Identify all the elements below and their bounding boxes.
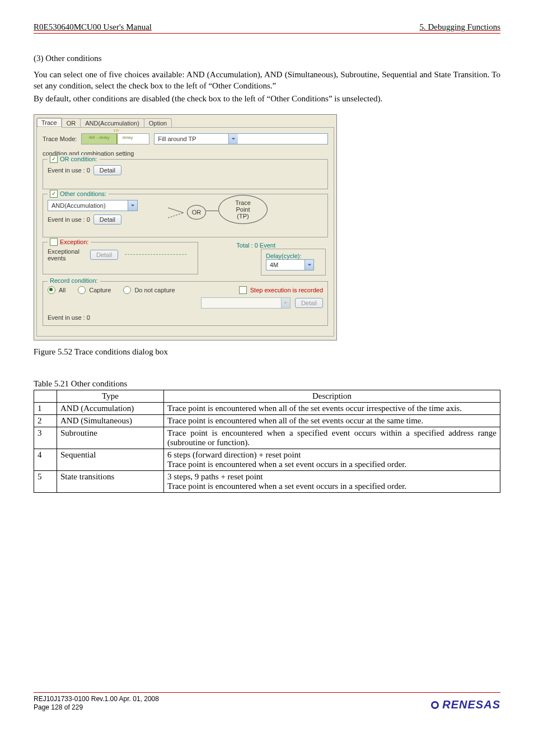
tab-trace[interactable]: Trace (36, 118, 62, 128)
other-event-in-use: Event in use : 0 (48, 216, 90, 223)
other-conditions-group: Other conditions: AND(Accumulation) Even… (43, 194, 328, 237)
row-desc: Trace point is encountered when a specif… (164, 427, 500, 449)
table-row: 5 State transitions 3 steps, 9 paths + r… (34, 470, 500, 492)
exceptional-events-label: Exceptional events (48, 248, 87, 262)
renesas-logo-text: RENESAS (442, 698, 500, 711)
other-detail-button[interactable]: Detail (93, 214, 121, 225)
tp-connector (206, 211, 218, 211)
row-num: 4 (34, 449, 57, 470)
tab-option[interactable]: Option (144, 118, 172, 128)
or-condition-legend: OR condition: (60, 156, 97, 162)
section-heading: (3) Other conditions (34, 54, 500, 63)
trace-point-bubble: Trace Point (TP) (218, 195, 268, 224)
paragraph-1: You can select one of five choices avail… (34, 69, 500, 92)
step-execution-checkbox[interactable] (239, 286, 247, 294)
row-num: 2 (34, 414, 57, 427)
exception-detail-button: Detail (90, 250, 118, 260)
row-type: AND (Accumulation) (57, 402, 164, 414)
trace-mode-label: Trace Mode: (43, 136, 77, 142)
tab-or[interactable]: OR (62, 118, 81, 128)
doc-title: R0E530640MCU00 User's Manual (34, 22, 152, 32)
delay-cycle-legend: Delay(cycle): (266, 253, 302, 259)
row-desc: 6 steps (forward direction) + reset poin… (164, 449, 500, 470)
th-type: Type (57, 390, 164, 402)
row-desc-line1: 6 steps (forward direction) + reset poin… (167, 450, 496, 460)
slider-left-label: 4M - delay (88, 135, 109, 140)
other-conditions-value: AND(Accumulation) (48, 202, 128, 209)
tp-line3: (TP) (237, 213, 249, 220)
row-desc-line2: Trace point is encountered when a set ev… (167, 482, 496, 491)
table-row: 1 AND (Accumulation) Trace point is enco… (34, 402, 500, 414)
or-event-in-use: Event in use : 0 (48, 167, 90, 174)
radio-capture-label: Capture (89, 287, 111, 293)
chevron-down-icon (281, 298, 290, 308)
other-conditions-checkbox[interactable] (50, 190, 58, 198)
table-row: 3 Subroutine Trace point is encountered … (34, 427, 500, 449)
table-caption: Table 5.21 Other conditions (34, 379, 500, 389)
row-desc-line1: 3 steps, 9 paths + reset point (167, 472, 496, 482)
record-detail-button: Detail (295, 298, 323, 308)
or-condition-checkbox[interactable] (50, 155, 58, 163)
tp-line2: Point (236, 206, 250, 213)
exception-legend: Exception: (60, 239, 88, 245)
figure-caption: Figure 5.52 Trace conditions dialog box (34, 347, 500, 357)
renesas-logo: RENESAS (431, 698, 500, 711)
dialog-panel: Trace Mode: 4M - delay delay Fill around… (36, 127, 334, 337)
chevron-down-icon (305, 260, 313, 270)
record-condition-group: Record condition: All Capture Do not cap… (43, 281, 328, 326)
other-conditions-table: Type Description 1 AND (Accumulation) Tr… (34, 390, 500, 493)
paragraph-2: By default, other conditions are disable… (34, 93, 500, 104)
radio-all-label: All (59, 287, 65, 293)
row-type: State transitions (57, 470, 164, 492)
row-desc: 3 steps, 9 paths + reset point Trace poi… (164, 470, 500, 492)
page-footer: REJ10J1733-0100 Rev.1.00 Apr. 01, 2008 P… (34, 692, 500, 711)
chevron-down-icon (228, 134, 238, 144)
record-event-in-use: Event in use : 0 (48, 314, 323, 321)
delay-cycle-value: 4M (266, 262, 305, 268)
tab-strip: Trace OR AND(Accumulation) Option (34, 115, 336, 127)
fill-around-combo[interactable]: Fill around TP (154, 133, 328, 144)
exception-checkbox[interactable] (50, 238, 58, 246)
trace-mode-slider[interactable]: 4M - delay delay (81, 133, 149, 144)
tp-line1: Trace (235, 199, 251, 206)
trace-dialog: Trace OR AND(Accumulation) Option Trace … (34, 114, 337, 340)
table-row: 2 AND (Simultaneous) Trace point is enco… (34, 414, 500, 427)
radio-capture[interactable] (78, 286, 86, 294)
renesas-logo-icon (431, 701, 439, 709)
record-condition-legend: Record condition: (48, 277, 100, 284)
exception-group: Exception: Exceptional events Detail (43, 242, 198, 274)
or-condition-group: OR condition: Event in use : 0 Detail (43, 159, 328, 189)
radio-do-not-capture[interactable] (123, 286, 131, 294)
tab-and-accumulation[interactable]: AND(Accumulation) (80, 118, 144, 128)
radio-all[interactable] (48, 286, 55, 294)
th-description: Description (164, 390, 500, 402)
total-event-label: Total : 0 Event (236, 242, 275, 249)
row-desc: Trace point is encountered when all of t… (164, 414, 500, 427)
radio-do-not-capture-label: Do not capture (134, 287, 175, 293)
slider-right-label: delay (122, 135, 133, 140)
table-row: 4 Sequential 6 steps (forward direction)… (34, 449, 500, 470)
footer-revision: REJ10J1733-0100 Rev.1.00 Apr. 01, 2008 (34, 695, 159, 703)
row-num: 5 (34, 470, 57, 492)
fill-around-value: Fill around TP (154, 136, 228, 142)
footer-page: Page 128 of 229 (34, 703, 159, 711)
chevron-down-icon (128, 200, 137, 211)
row-type: AND (Simultaneous) (57, 414, 164, 427)
other-conditions-legend: Other conditions: (60, 190, 106, 197)
row-num: 3 (34, 427, 57, 449)
step-execution-label: Step execution is recorded (250, 287, 323, 293)
delay-cycle-combo[interactable]: 4M (266, 259, 314, 270)
row-type: Sequential (57, 449, 164, 470)
record-condition-combo (201, 297, 291, 309)
delay-cycle-group: Delay(cycle): 4M (261, 249, 326, 276)
row-num: 1 (34, 402, 57, 414)
other-conditions-combo[interactable]: AND(Accumulation) (48, 200, 138, 211)
row-desc-line2: Trace point is encountered when a set ev… (167, 460, 496, 469)
row-desc: Trace point is encountered when all of t… (164, 402, 500, 414)
or-detail-button[interactable]: Detail (93, 165, 121, 175)
chapter-title: 5. Debugging Functions (419, 22, 500, 32)
row-type: Subroutine (57, 427, 164, 449)
